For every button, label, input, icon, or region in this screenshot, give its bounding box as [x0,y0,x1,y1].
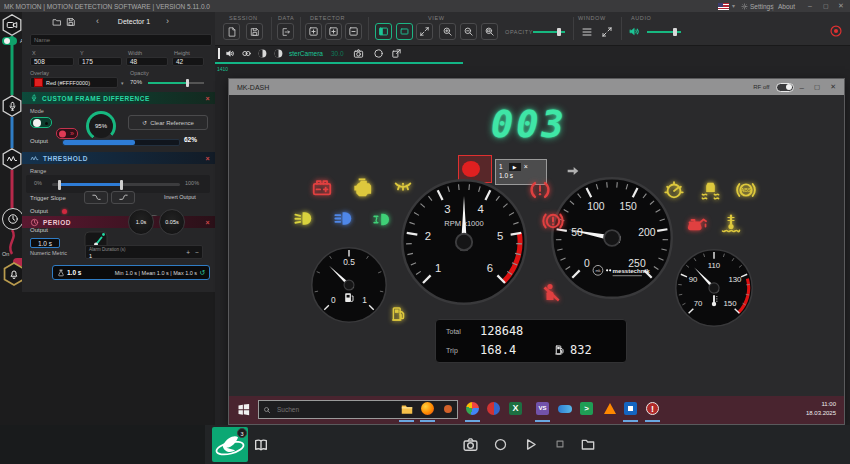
new-session-button[interactable] [223,23,240,40]
taskbar-app-green[interactable]: > [579,401,594,416]
attack-knob[interactable]: 1.0s [128,209,154,235]
opacity-slider-handle[interactable] [186,79,189,87]
camera-node[interactable] [1,14,23,36]
alarm-duration-increment-button[interactable]: + [186,249,190,256]
open-folder-button[interactable] [580,436,596,452]
cfd-section-header[interactable]: CUSTOM FRAME DIFFERENCE × [22,92,215,104]
settings-button[interactable]: Settings [750,3,774,10]
cfd-close-icon[interactable]: × [205,95,210,102]
name-input[interactable] [30,34,212,46]
mode-toggle-continuous[interactable] [30,117,52,128]
metric-reset-button[interactable]: ↺ [199,269,205,277]
video-record-icon[interactable] [373,48,384,59]
taskbar-app-explorer[interactable] [399,401,414,416]
mk-logo-tile[interactable]: 3 [212,427,248,462]
about-button[interactable]: About [778,3,795,10]
period-output-value[interactable]: 1.0 s [30,238,60,248]
next-detector-button[interactable]: › [166,16,169,26]
audio-volume-handle[interactable] [673,28,677,36]
release-knob[interactable]: 0.05s [159,209,185,235]
geom-x-value[interactable]: 508 [30,57,74,66]
period-node[interactable] [2,208,24,230]
start-button[interactable] [236,402,251,417]
window-expand-button[interactable] [599,24,614,39]
taskbar-app-excel[interactable]: X [508,401,523,416]
taskbar-app-firefox[interactable] [420,401,435,416]
window-list-button[interactable] [579,24,594,39]
play-button[interactable] [522,436,539,453]
add-detector-button[interactable] [305,23,322,40]
zoom-fit-button[interactable] [481,23,498,40]
geom-width-value[interactable]: 48 [126,57,168,66]
range-handle-low[interactable] [58,180,61,190]
taskbar-app-bluewhite[interactable] [623,401,638,416]
mkdash-minimize-button[interactable]: – [800,83,804,92]
frame-difference-node[interactable] [1,95,23,117]
taskbar-app-tray[interactable] [443,404,452,413]
duplicate-detector-button[interactable] [325,23,342,40]
export-data-button[interactable] [277,23,294,40]
tooltip-close-icon[interactable]: × [524,163,528,170]
active-toggle[interactable] [2,37,17,45]
toggle-panel-button[interactable] [375,23,392,40]
record-session-button[interactable] [493,437,508,452]
prev-detector-button[interactable]: ‹ [96,16,99,26]
log-book-button[interactable] [253,437,269,453]
detach-view-button[interactable] [416,23,433,40]
remove-detector-button[interactable] [345,23,362,40]
video-progress-bar[interactable] [215,62,463,64]
layout-button[interactable] [396,23,413,40]
mkdash-titlebar[interactable]: MK-DASH RF off – ▢ ✕ [229,79,844,95]
zoom-out-button[interactable] [460,23,477,40]
range-handle-high[interactable] [120,180,123,190]
threshold-node[interactable] [1,148,23,170]
maximize-button[interactable]: ▢ [823,2,829,9]
mkdash-maximize-button[interactable]: ▢ [814,83,820,91]
alarm-duration-decrement-button[interactable]: − [195,249,199,256]
rf-toggle[interactable] [776,83,794,92]
threshold-section-header[interactable]: THRESHOLD × [22,152,215,164]
mkdash-close-button[interactable]: ✕ [830,83,836,91]
overlay-select[interactable]: Red (#FFFF0000) [30,77,118,88]
language-caret-icon[interactable]: ▾ [732,2,735,9]
load-detector-button[interactable] [52,17,62,27]
clear-reference-button[interactable]: ↺ Clear Reference [128,115,208,130]
zoom-in-button[interactable] [439,23,456,40]
stop-button[interactable] [553,437,567,451]
language-flag-icon[interactable] [718,3,729,10]
view-opacity-slider[interactable] [533,31,565,33]
minimize-button[interactable]: – [808,2,812,9]
threshold-close-icon[interactable]: × [205,155,210,162]
open-external-icon[interactable] [391,48,402,59]
screenshot-button[interactable] [462,436,479,453]
taskbar-app-blue[interactable] [557,404,572,413]
trigger-slope-falling-button[interactable] [84,191,108,204]
mode-toggle-triggered[interactable]: » [56,128,78,139]
audio-mute-button[interactable] [627,24,642,39]
alarm-duration-field[interactable]: Alarm Duration (s) 1 + − [85,245,203,259]
range-slider[interactable] [52,183,180,186]
snapshot-icon[interactable] [353,48,364,59]
trigger-slope-rising-button[interactable] [111,191,135,204]
save-session-button[interactable] [246,23,263,40]
period-close-icon[interactable]: × [205,219,210,226]
video-link-icon[interactable] [241,48,252,59]
taskbar-app-media[interactable] [486,401,501,416]
taskbar-app-alert[interactable]: ! [645,401,660,416]
period-section-header[interactable]: PERIOD × [22,216,215,228]
audio-volume-slider[interactable] [647,31,681,33]
close-button[interactable]: ✕ [838,2,844,10]
taskbar-app-browser[interactable] [465,401,480,416]
video-audio-icon[interactable] [225,48,236,59]
taskbar-app-vlc[interactable] [602,401,617,416]
view-opacity-handle[interactable] [557,28,561,36]
tooltip-play-icon[interactable]: ▶ [509,163,521,171]
video-reference-icon[interactable] [273,48,284,59]
save-detector-button[interactable] [66,17,76,27]
record-button[interactable] [828,23,844,39]
taskbar-app-visualstudio[interactable]: VS [535,401,550,416]
taskbar-clock[interactable]: 11:00 18.03.2025 [776,400,836,419]
overlay-caret-icon[interactable]: ▾ [121,80,124,86]
geom-y-value[interactable]: 175 [78,57,122,66]
opacity-slider[interactable] [148,82,204,84]
